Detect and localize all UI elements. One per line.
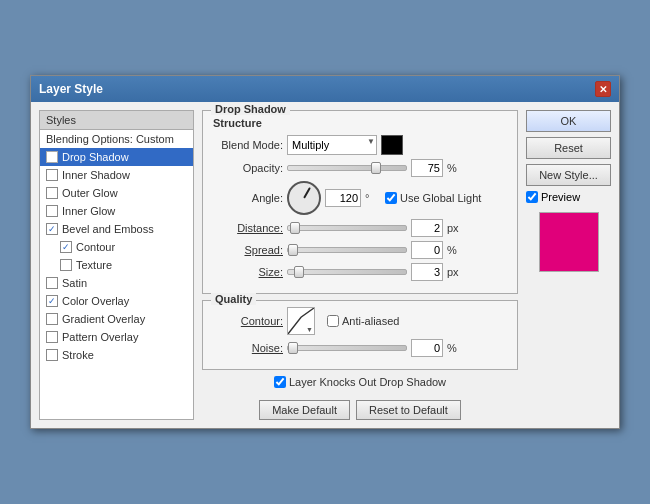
opacity-input[interactable] — [411, 159, 443, 177]
reset-button[interactable]: Reset — [526, 137, 611, 159]
sidebar-item-gradient-overlay[interactable]: Gradient Overlay — [40, 310, 193, 328]
sidebar-item-pattern-overlay[interactable]: Pattern Overlay — [40, 328, 193, 346]
opacity-slider[interactable] — [287, 165, 407, 171]
contour-dropdown-arrow: ▼ — [306, 326, 313, 333]
make-default-button[interactable]: Make Default — [259, 400, 350, 420]
angle-label: Angle: — [213, 192, 283, 204]
blend-mode-row: Blend Mode: Multiply Normal Screen Overl… — [213, 135, 507, 155]
sidebar-item-label: Stroke — [62, 349, 94, 361]
sidebar-item-inner-shadow[interactable]: Inner Shadow — [40, 166, 193, 184]
dial-needle — [303, 187, 311, 198]
noise-row: Noise: % — [213, 339, 507, 357]
distance-unit: px — [447, 222, 463, 234]
title-bar: Layer Style ✕ — [31, 76, 619, 102]
contour-checkbox[interactable]: ✓ — [60, 241, 72, 253]
gradient-overlay-checkbox[interactable] — [46, 313, 58, 325]
preview-label[interactable]: Preview — [526, 191, 611, 203]
angle-row: Angle: ° Use Global Light — [213, 181, 507, 215]
distance-input[interactable] — [411, 219, 443, 237]
quality-section-title: Quality — [211, 293, 256, 305]
sidebar-item-contour[interactable]: ✓ Contour — [40, 238, 193, 256]
distance-row: Distance: px — [213, 219, 507, 237]
sidebar-item-label: Texture — [76, 259, 112, 271]
color-overlay-checkbox[interactable]: ✓ — [46, 295, 58, 307]
spread-thumb[interactable] — [288, 244, 298, 256]
noise-thumb[interactable] — [288, 342, 298, 354]
noise-slider[interactable] — [287, 345, 407, 351]
sidebar-item-texture[interactable]: Texture — [40, 256, 193, 274]
sidebar-item-label: Outer Glow — [62, 187, 118, 199]
inner-glow-checkbox[interactable] — [46, 205, 58, 217]
sidebar-item-label: Gradient Overlay — [62, 313, 145, 325]
sidebar-item-blending-options[interactable]: Blending Options: Custom — [40, 130, 193, 148]
size-slider[interactable] — [287, 269, 407, 275]
noise-label: Noise: — [213, 342, 283, 354]
pattern-overlay-checkbox[interactable] — [46, 331, 58, 343]
sidebar-item-outer-glow[interactable]: Outer Glow — [40, 184, 193, 202]
left-panel: Styles Blending Options: Custom ✓ Drop S… — [39, 110, 194, 420]
styles-header: Styles — [40, 111, 193, 130]
quality-contour-row: Contour: ▼ Anti-aliased — [213, 307, 507, 335]
sidebar-item-bevel-emboss[interactable]: ✓ Bevel and Emboss — [40, 220, 193, 238]
preview-swatch — [539, 212, 599, 272]
layer-knocks-checkbox[interactable] — [274, 376, 286, 388]
sidebar-item-color-overlay[interactable]: ✓ Color Overlay — [40, 292, 193, 310]
stroke-checkbox[interactable] — [46, 349, 58, 361]
right-panel: OK Reset New Style... Preview — [526, 110, 611, 420]
blend-mode-select-wrapper: Multiply Normal Screen Overlay — [287, 135, 377, 155]
preview-checkbox[interactable] — [526, 191, 538, 203]
sidebar-item-inner-glow[interactable]: Inner Glow — [40, 202, 193, 220]
size-thumb[interactable] — [294, 266, 304, 278]
distance-slider[interactable] — [287, 225, 407, 231]
sidebar-item-label: Inner Shadow — [62, 169, 130, 181]
size-unit: px — [447, 266, 463, 278]
sidebar-item-satin[interactable]: Satin — [40, 274, 193, 292]
anti-aliased-checkbox[interactable] — [327, 315, 339, 327]
inner-shadow-checkbox[interactable] — [46, 169, 58, 181]
sidebar-item-label: Drop Shadow — [62, 151, 129, 163]
size-row: Size: px — [213, 263, 507, 281]
drop-shadow-section-title: Drop Shadow — [211, 103, 290, 115]
dialog-body: Styles Blending Options: Custom ✓ Drop S… — [31, 102, 619, 428]
outer-glow-checkbox[interactable] — [46, 187, 58, 199]
angle-input[interactable] — [325, 189, 361, 207]
size-label: Size: — [213, 266, 283, 278]
bevel-emboss-checkbox[interactable]: ✓ — [46, 223, 58, 235]
contour-preview[interactable]: ▼ — [287, 307, 315, 335]
new-style-button[interactable]: New Style... — [526, 164, 611, 186]
sidebar-item-stroke[interactable]: Stroke — [40, 346, 193, 364]
satin-checkbox[interactable] — [46, 277, 58, 289]
distance-thumb[interactable] — [290, 222, 300, 234]
sidebar-item-label: Contour — [76, 241, 115, 253]
opacity-row: Opacity: % — [213, 159, 507, 177]
ok-button[interactable]: OK — [526, 110, 611, 132]
sidebar-item-drop-shadow[interactable]: ✓ Drop Shadow — [40, 148, 193, 166]
size-input[interactable] — [411, 263, 443, 281]
blend-color-swatch[interactable] — [381, 135, 403, 155]
reset-to-default-button[interactable]: Reset to Default — [356, 400, 461, 420]
texture-checkbox[interactable] — [60, 259, 72, 271]
spread-label: Spread: — [213, 244, 283, 256]
dialog-title: Layer Style — [39, 82, 103, 96]
spread-input[interactable] — [411, 241, 443, 259]
sidebar-item-label: Inner Glow — [62, 205, 115, 217]
angle-unit: ° — [365, 192, 381, 204]
sidebar-item-label: Pattern Overlay — [62, 331, 138, 343]
drop-shadow-checkbox[interactable]: ✓ — [46, 151, 58, 163]
anti-aliased-label[interactable]: Anti-aliased — [327, 315, 399, 327]
use-global-light-label[interactable]: Use Global Light — [385, 192, 481, 204]
layer-knocks-label[interactable]: Layer Knocks Out Drop Shadow — [274, 376, 446, 388]
opacity-label: Opacity: — [213, 162, 283, 174]
sidebar-item-label: Color Overlay — [62, 295, 129, 307]
opacity-thumb[interactable] — [371, 162, 381, 174]
spread-unit: % — [447, 244, 463, 256]
blend-mode-select[interactable]: Multiply Normal Screen Overlay — [287, 135, 377, 155]
use-global-light-checkbox[interactable] — [385, 192, 397, 204]
noise-unit: % — [447, 342, 463, 354]
spread-slider[interactable] — [287, 247, 407, 253]
bottom-buttons: Make Default Reset to Default — [202, 400, 518, 420]
angle-dial[interactable] — [287, 181, 321, 215]
noise-input[interactable] — [411, 339, 443, 357]
structure-label: Structure — [213, 117, 507, 129]
close-button[interactable]: ✕ — [595, 81, 611, 97]
